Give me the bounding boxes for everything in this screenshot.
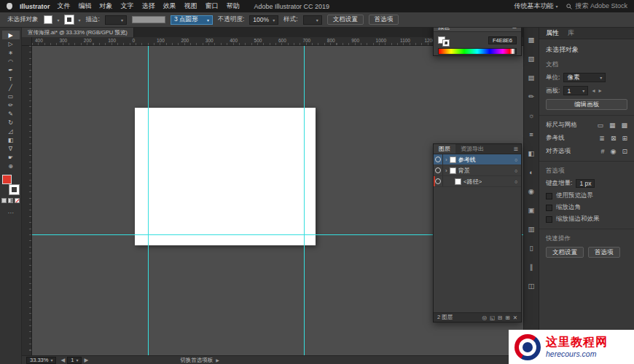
show-rulers-icon[interactable]: ▭ [597, 122, 603, 129]
align-panel-icon[interactable]: ∥ [523, 257, 539, 276]
visibility-eye-icon[interactable] [434, 176, 443, 186]
target-circle-icon[interactable]: ○ [511, 179, 521, 184]
menu-item[interactable]: 选择 [142, 1, 155, 11]
tab-layers[interactable]: 图层 [434, 144, 455, 154]
menu-item[interactable]: 帮助 [227, 1, 240, 11]
transparency-panel-icon[interactable]: ◐ [523, 162, 539, 181]
rotate-tool[interactable]: ↻ [2, 118, 20, 127]
expand-arrow-icon[interactable]: › [445, 157, 447, 163]
pencil-tool[interactable]: ✎ [2, 109, 20, 118]
swatches-panel-icon[interactable]: ▤ [523, 68, 539, 87]
app-menu[interactable]: Illustrator [20, 3, 50, 10]
zoom-level-dropdown[interactable]: 33.33%▾ [26, 357, 56, 364]
tab-libraries[interactable]: 库 [568, 28, 574, 38]
style-dropdown[interactable]: ▾ [303, 15, 322, 25]
tab-asset-export[interactable]: 资源导出 [455, 144, 489, 154]
brushes-panel-icon[interactable]: ✏ [523, 87, 539, 106]
ruler-origin-corner[interactable] [22, 37, 32, 46]
layer-row[interactable]: <路径>○ [434, 176, 521, 187]
opacity-dropdown[interactable]: 100%▾ [249, 15, 278, 25]
menu-item[interactable]: 对象 [100, 1, 113, 11]
menu-item[interactable]: 效果 [163, 1, 176, 11]
layer-name[interactable]: <路径> [463, 178, 482, 186]
fill-color-swatch[interactable] [44, 15, 52, 24]
artboard-dropdown[interactable]: 1 ▾ [563, 86, 588, 95]
color-spectrum-bar[interactable] [438, 48, 517, 55]
tab-properties[interactable]: 属性 [546, 28, 559, 38]
snap-to-grid-icon[interactable]: # [601, 148, 605, 155]
next-artboard-icon[interactable]: ▶ [84, 357, 88, 363]
pathfinder-panel-icon[interactable]: ◫ [523, 276, 539, 295]
menu-item[interactable]: 窗口 [206, 1, 219, 11]
type-tool[interactable]: T [2, 74, 20, 83]
document-tab[interactable]: 宣传海报.ai* @ 33.33% (RGB/GPU 预览) [22, 28, 134, 37]
paintbrush-tool[interactable]: ✏ [2, 100, 20, 109]
edit-toolbar-button[interactable]: ⋯ [8, 210, 14, 216]
layer-row[interactable]: ›参考线○ [434, 154, 521, 165]
pen-tool[interactable]: ✒ [2, 66, 20, 74]
eyedropper-tool[interactable]: ∇ [2, 144, 20, 153]
hand-tool[interactable]: ☛ [2, 153, 20, 162]
guides-options-icon[interactable]: ⊞ [622, 135, 627, 142]
checkbox[interactable] [546, 216, 552, 223]
show-transparency-grid-icon[interactable]: ▩ [621, 122, 627, 129]
gradient-mode-button[interactable] [8, 198, 13, 203]
preferences-button[interactable]: 首选项 [369, 15, 399, 25]
stock-search[interactable]: 搜索 Adobe Stock [566, 1, 627, 11]
lock-guides-icon[interactable]: ⊠ [611, 135, 617, 142]
show-guides-icon[interactable]: ≣ [599, 135, 605, 142]
snap-to-pixel-icon[interactable]: ⊡ [622, 148, 627, 155]
units-dropdown[interactable]: 像素 ▾ [563, 73, 606, 82]
checkbox[interactable] [546, 205, 552, 211]
show-grid-icon[interactable]: ▦ [609, 122, 616, 129]
layers-panel-icon[interactable]: ▥ [523, 219, 539, 238]
prev-artboard-button[interactable]: ◂ [592, 87, 595, 94]
symbols-panel-icon[interactable]: ☼ [523, 106, 539, 124]
stroke-proxy-swatch[interactable] [443, 40, 449, 46]
color-panel-icon[interactable]: ▩ [523, 30, 539, 49]
workspace-switcher[interactable]: 传统基本功能 ▾ [514, 1, 557, 11]
stroke-weight-dropdown[interactable]: ▾ [105, 15, 127, 25]
none-mode-button[interactable] [15, 198, 20, 203]
stroke-color-swatch[interactable] [65, 15, 74, 24]
layer-row[interactable]: ›背景○ [434, 165, 521, 176]
preferences-button[interactable]: 首选项 [588, 247, 620, 258]
make-clip-mask-icon[interactable]: ◱ [490, 314, 495, 321]
menu-item[interactable]: 文件 [58, 1, 71, 11]
layer-name[interactable]: 背景 [458, 167, 470, 175]
hex-value-field[interactable]: F4E8E6 [488, 36, 517, 44]
expand-arrow-icon[interactable]: › [445, 167, 447, 174]
magic-wand-tool[interactable]: ∗ [2, 48, 20, 57]
locate-object-icon[interactable]: ◎ [482, 314, 487, 321]
graphic-styles-panel-icon[interactable]: ▣ [523, 200, 539, 219]
color-mode-button[interactable] [1, 198, 7, 203]
fill-color-indicator[interactable] [2, 175, 12, 184]
next-artboard-button[interactable]: ▸ [598, 87, 601, 94]
status-arrow-icon[interactable]: ▶ [216, 357, 219, 363]
snap-to-point-icon[interactable]: ◉ [611, 148, 617, 155]
menu-item[interactable]: 视图 [184, 1, 197, 11]
document-setup-button[interactable]: 文档设置 [546, 247, 584, 258]
delete-selection-icon[interactable]: ✕ [513, 314, 517, 321]
lasso-tool[interactable]: ◠ [2, 57, 20, 66]
target-circle-icon[interactable]: ○ [511, 157, 521, 162]
vertical-ruler[interactable] [22, 46, 32, 355]
new-sublayer-icon[interactable]: ⊟ [498, 314, 502, 321]
apple-menu-icon[interactable] [7, 3, 12, 9]
color-guide-panel-icon[interactable]: ▧ [523, 49, 539, 68]
menu-item[interactable]: 编辑 [79, 1, 92, 11]
keyboard-increment-input[interactable]: 1 px [576, 179, 595, 188]
line-segment-tool[interactable]: ╱ [2, 83, 20, 92]
vertical-guide[interactable] [148, 46, 149, 355]
document-setup-button[interactable]: 文档设置 [327, 15, 364, 25]
selection-tool[interactable]: ▶ [2, 31, 20, 39]
rectangle-tool[interactable]: ▭ [2, 92, 20, 100]
panel-menu-icon[interactable]: ☰ [514, 146, 518, 152]
edit-artboards-button[interactable]: 编辑画板 [546, 99, 627, 110]
checkbox[interactable] [546, 193, 552, 199]
brush-definition-dropdown[interactable]: 3 点圆形▾ [171, 15, 213, 25]
gradient-tool[interactable]: ◧ [2, 135, 20, 144]
direct-selection-tool[interactable]: ▷ [2, 39, 20, 48]
appearance-panel-icon[interactable]: ◉ [523, 181, 539, 200]
artboard-number-dropdown[interactable]: 1▾ [67, 357, 82, 364]
